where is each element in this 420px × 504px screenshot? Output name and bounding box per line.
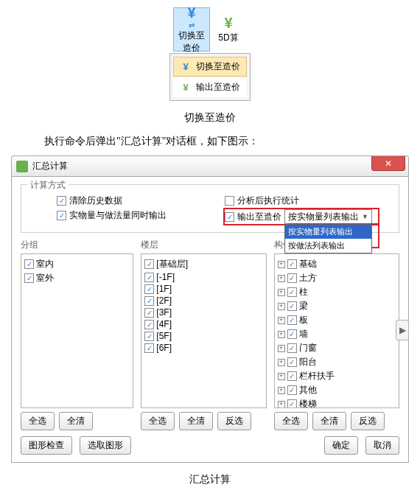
item-checkbox[interactable] <box>287 385 297 395</box>
expand-icon[interactable]: + <box>278 387 285 394</box>
item-checkbox[interactable] <box>144 296 154 306</box>
item-label: 板 <box>299 314 308 326</box>
graphics-check-button[interactable]: 图形检查 <box>21 436 72 455</box>
item-checkbox[interactable] <box>144 284 154 294</box>
clear-all-button[interactable]: 全清 <box>312 412 346 430</box>
item-label: 基础 <box>299 258 317 270</box>
expand-icon[interactable]: + <box>278 289 285 296</box>
expand-icon[interactable]: + <box>278 275 285 282</box>
expand-icon[interactable]: + <box>278 345 285 352</box>
list-item[interactable]: [5F] <box>144 330 262 342</box>
select-all-button[interactable]: 全选 <box>21 412 55 430</box>
toolbar-dropdown: ¥ 切换至造价 ¥ 输出至造价 <box>169 53 251 101</box>
close-button[interactable]: ✕ <box>371 156 405 171</box>
clear-all-button[interactable]: 全清 <box>59 412 93 430</box>
expand-icon[interactable]: + <box>278 261 285 268</box>
list-item[interactable]: 室外 <box>24 271 130 285</box>
export-to-cost-checkbox[interactable] <box>225 212 234 222</box>
item-checkbox[interactable] <box>287 357 297 367</box>
ok-button[interactable]: 确定 <box>324 436 358 455</box>
item-label: 室内 <box>36 258 54 270</box>
item-checkbox[interactable] <box>144 320 154 329</box>
expand-icon[interactable]: + <box>278 401 285 408</box>
list-item[interactable]: +墙 <box>278 327 396 341</box>
output-both-checkbox[interactable] <box>57 211 66 220</box>
menu-export-to-cost[interactable]: ¥ 输出至造价 <box>173 77 247 97</box>
item-checkbox[interactable] <box>287 343 297 353</box>
combo-option[interactable]: 按实物量列表输出 <box>285 225 371 239</box>
item-checkbox[interactable] <box>287 329 297 339</box>
yen-icon: ¥ <box>224 15 232 32</box>
list-item[interactable]: +其他 <box>278 383 396 397</box>
list-item[interactable]: +阳台 <box>278 355 396 369</box>
item-checkbox[interactable] <box>144 259 154 269</box>
analyze-after-checkbox[interactable] <box>225 196 234 206</box>
list-item[interactable]: +板 <box>278 313 396 327</box>
expand-icon[interactable]: + <box>278 331 285 338</box>
next-page-arrow[interactable]: ▶ <box>396 320 409 340</box>
dialog-titlebar[interactable]: 汇总计算 ✕ <box>11 155 409 176</box>
switch-to-cost-button[interactable]: ¥ ⇄ 切换至造价 <box>173 7 210 52</box>
item-checkbox[interactable] <box>144 343 154 353</box>
item-checkbox[interactable] <box>287 315 297 325</box>
select-all-button[interactable]: 全选 <box>141 412 175 430</box>
item-checkbox[interactable] <box>24 259 34 269</box>
item-checkbox[interactable] <box>24 273 34 283</box>
item-checkbox[interactable] <box>144 332 154 341</box>
list-item[interactable]: [6F] <box>144 342 262 354</box>
figure-caption: 切换至造价 <box>0 111 420 125</box>
clear-history-checkbox[interactable] <box>57 196 66 206</box>
item-checkbox[interactable] <box>287 371 297 381</box>
item-checkbox[interactable] <box>144 273 154 282</box>
item-checkbox[interactable] <box>287 259 297 269</box>
output-mode-combo[interactable]: 按实物量列表输出 ▼ <box>284 209 372 224</box>
item-checkbox[interactable] <box>144 308 154 318</box>
expand-icon[interactable]: + <box>278 359 285 366</box>
select-all-button[interactable]: 全选 <box>274 412 308 430</box>
list-item[interactable]: [基础层] <box>144 257 262 271</box>
list-item[interactable]: +基础 <box>278 257 396 271</box>
checkbox-label: 输出至造价 <box>237 211 281 223</box>
dialog-icon <box>16 161 28 172</box>
item-checkbox[interactable] <box>287 287 297 297</box>
list-item[interactable]: [3F] <box>144 307 262 318</box>
clear-all-button[interactable]: 全清 <box>179 412 213 430</box>
list-item[interactable]: +梁 <box>278 299 396 313</box>
cancel-button[interactable]: 取消 <box>365 436 399 455</box>
item-label: 其他 <box>299 384 317 396</box>
combo-option[interactable]: 按做法列表输出 <box>285 239 371 253</box>
menu-switch-to-cost[interactable]: ¥ 切换至造价 <box>173 57 247 77</box>
list-item[interactable]: +柱 <box>278 285 396 299</box>
invert-button[interactable]: 反选 <box>351 412 385 430</box>
item-checkbox[interactable] <box>287 273 297 283</box>
expand-icon[interactable]: + <box>278 303 285 310</box>
dialog-title: 汇总计算 <box>32 160 68 172</box>
component-list[interactable]: +基础+土方+柱+梁+板+墙+门窗+阳台+栏杆扶手+其他+楼梯+装饰 <box>274 253 399 408</box>
select-graphics-button[interactable]: 选取图形 <box>80 436 131 455</box>
expand-icon[interactable]: + <box>278 317 285 324</box>
list-item[interactable]: [4F] <box>144 318 262 330</box>
list-item[interactable]: [-1F] <box>144 271 262 283</box>
item-label: 楼梯 <box>299 398 317 408</box>
item-checkbox[interactable] <box>287 399 297 408</box>
item-checkbox[interactable] <box>287 301 297 311</box>
list-item[interactable]: +栏杆扶手 <box>278 369 396 383</box>
invert-button[interactable]: 反选 <box>217 412 251 430</box>
list-item[interactable]: +土方 <box>278 271 396 285</box>
list-item[interactable]: [1F] <box>144 283 262 295</box>
item-label: 柱 <box>299 286 308 298</box>
calc-method-group: 计算方式 清除历史数据 实物量与做法量同时输出 分析后执行统计 <box>21 184 399 233</box>
floor-column-label: 楼层 <box>141 239 266 251</box>
list-item[interactable]: +楼梯 <box>278 397 396 408</box>
chevron-down-icon: ▼ <box>362 213 368 220</box>
expand-icon[interactable]: + <box>278 373 285 380</box>
item-label: 土方 <box>299 272 317 284</box>
list-item[interactable]: 室内 <box>24 257 130 271</box>
group-list[interactable]: 室内室外 <box>21 253 133 408</box>
list-item[interactable]: +门窗 <box>278 341 396 355</box>
floor-list[interactable]: [基础层][-1F][1F][2F][3F][4F][5F][6F] <box>141 253 266 408</box>
item-label: [基础层] <box>156 258 188 270</box>
five-d-button[interactable]: ¥ 5D算 <box>210 7 247 52</box>
item-label: [3F] <box>156 307 172 318</box>
list-item[interactable]: [2F] <box>144 295 262 307</box>
